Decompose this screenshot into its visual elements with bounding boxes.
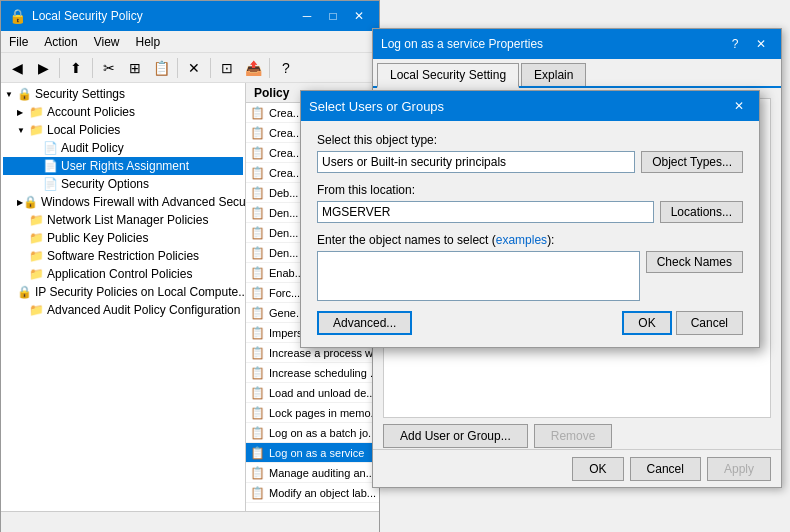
list-item[interactable]: 📋Lock pages in memo... <box>246 403 379 423</box>
forward-button[interactable]: ▶ <box>31 56 55 80</box>
tree-item-ip-security[interactable]: 🔒 IP Security Policies on Local Compute.… <box>3 283 243 301</box>
tree-item-label: Advanced Audit Policy Configuration <box>47 303 240 317</box>
list-item[interactable]: 📋Modify an object lab... <box>246 483 379 503</box>
props-ok-button[interactable]: OK <box>572 457 623 481</box>
tree-item-network-list[interactable]: 📁 Network List Manager Policies <box>3 211 243 229</box>
policy-icon: 📋 <box>250 266 265 280</box>
tree-item-security-settings[interactable]: ▼ 🔒 Security Settings <box>3 85 243 103</box>
policy-icon: 📋 <box>250 206 265 220</box>
policy-icon: 📋 <box>250 246 265 260</box>
help-button[interactable]: ? <box>274 56 298 80</box>
policy-icon: 📋 <box>250 286 265 300</box>
dialog-bottom-row: Advanced... OK Cancel <box>317 311 743 335</box>
policy-icon: 📋 <box>250 226 265 240</box>
tree-item-label: IP Security Policies on Local Compute... <box>35 285 246 299</box>
tree-item-label: Windows Firewall with Advanced Secu... <box>41 195 246 209</box>
policy-icon: 📋 <box>250 106 265 120</box>
props-title-controls: ? ✕ <box>723 34 773 54</box>
tree-item-label: Audit Policy <box>61 141 124 155</box>
menu-file[interactable]: File <box>1 33 36 51</box>
toolbar-sep-3 <box>177 58 178 78</box>
props-title-bar: Log on as a service Properties ? ✕ <box>373 29 781 59</box>
policy-icon: 📋 <box>250 386 265 400</box>
location-row: Locations... <box>317 201 743 223</box>
dialog-title-text: Select Users or Groups <box>309 99 727 114</box>
object-type-input[interactable] <box>317 151 635 173</box>
examples-link[interactable]: examples <box>496 233 547 247</box>
close-button[interactable]: ✕ <box>347 6 371 26</box>
dialog-close-button[interactable]: ✕ <box>727 96 751 116</box>
policy-icon: 📋 <box>250 366 265 380</box>
policy-icon: 📋 <box>250 166 265 180</box>
maximize-button[interactable]: □ <box>321 6 345 26</box>
back-button[interactable]: ◀ <box>5 56 29 80</box>
tree-item-account-policies[interactable]: ▶ 📁 Account Policies <box>3 103 243 121</box>
tree-item-advanced-audit[interactable]: 📁 Advanced Audit Policy Configuration <box>3 301 243 319</box>
menu-action[interactable]: Action <box>36 33 85 51</box>
tab-local-security[interactable]: Local Security Setting <box>377 63 519 88</box>
tree-item-app-control[interactable]: 📁 Application Control Policies <box>3 265 243 283</box>
toolbar-sep-1 <box>59 58 60 78</box>
remove-button[interactable]: Remove <box>534 424 613 448</box>
policy-icon: 📋 <box>250 466 265 480</box>
folder-icon: 📁 <box>29 249 44 263</box>
props-apply-button[interactable]: Apply <box>707 457 771 481</box>
folder-icon: 📁 <box>29 213 44 227</box>
object-types-button[interactable]: Object Types... <box>641 151 743 173</box>
tree-item-label: Local Policies <box>47 123 120 137</box>
list-item[interactable]: 📋Load and unload de... <box>246 383 379 403</box>
check-names-button[interactable]: Check Names <box>646 251 743 273</box>
menu-help[interactable]: Help <box>128 33 169 51</box>
tree-panel: ▼ 🔒 Security Settings ▶ 📁 Account Polici… <box>1 83 246 511</box>
object-type-label: Select this object type: <box>317 133 743 147</box>
tab-explain[interactable]: Explain <box>521 63 586 86</box>
props-title-text: Log on as a service Properties <box>381 37 723 51</box>
props-close-button[interactable]: ✕ <box>749 34 773 54</box>
object-names-textarea[interactable] <box>317 251 640 301</box>
up-button[interactable]: ⬆ <box>64 56 88 80</box>
paste-button[interactable]: 📋 <box>149 56 173 80</box>
tree-item-audit-policy[interactable]: 📄 Audit Policy <box>3 139 243 157</box>
delete-button[interactable]: ✕ <box>182 56 206 80</box>
main-title-bar: 🔒 Local Security Policy ─ □ ✕ <box>1 1 379 31</box>
policy-icon: 📋 <box>250 326 265 340</box>
tree-item-software-restriction[interactable]: 📁 Software Restriction Policies <box>3 247 243 265</box>
properties-button[interactable]: ⊡ <box>215 56 239 80</box>
tree-item-label: Network List Manager Policies <box>47 213 208 227</box>
list-item[interactable]: 📋Increase scheduling ... <box>246 363 379 383</box>
arrow-icon: ▼ <box>17 126 29 135</box>
object-type-row: Object Types... <box>317 151 743 173</box>
add-user-button[interactable]: Add User or Group... <box>383 424 528 448</box>
toolbar: ◀ ▶ ⬆ ✂ ⊞ 📋 ✕ ⊡ 📤 ? <box>1 53 379 83</box>
policy-icon-ip: 🔒 <box>17 285 32 299</box>
tree-item-security-options[interactable]: 📄 Security Options <box>3 175 243 193</box>
location-input[interactable] <box>317 201 654 223</box>
dialog-ok-button[interactable]: OK <box>622 311 671 335</box>
props-help-button[interactable]: ? <box>723 34 747 54</box>
policy-icon: 📋 <box>250 306 265 320</box>
tree-item-firewall[interactable]: ▶ 🔒 Windows Firewall with Advanced Secu.… <box>3 193 243 211</box>
menu-view[interactable]: View <box>86 33 128 51</box>
tree-item-public-key[interactable]: 📁 Public Key Policies <box>3 229 243 247</box>
arrow-icon: ▼ <box>5 90 17 99</box>
main-window-title: Local Security Policy <box>32 9 295 23</box>
policy-icon: 📋 <box>250 346 265 360</box>
copy-button[interactable]: ⊞ <box>123 56 147 80</box>
props-cancel-button[interactable]: Cancel <box>630 457 701 481</box>
toolbar-sep-5 <box>269 58 270 78</box>
list-item[interactable]: 📋Manage auditing an... <box>246 463 379 483</box>
dialog-cancel-button[interactable]: Cancel <box>676 311 743 335</box>
list-item[interactable]: 📋Log on as a batch jo... <box>246 423 379 443</box>
locations-button[interactable]: Locations... <box>660 201 743 223</box>
cut-button[interactable]: ✂ <box>97 56 121 80</box>
tree-item-label: Security Options <box>61 177 149 191</box>
export-button[interactable]: 📤 <box>241 56 265 80</box>
object-names-label: Enter the object names to select (exampl… <box>317 233 743 247</box>
tree-item-user-rights[interactable]: 📄 User Rights Assignment <box>3 157 243 175</box>
advanced-button[interactable]: Advanced... <box>317 311 412 335</box>
minimize-button[interactable]: ─ <box>295 6 319 26</box>
list-item-logon-service[interactable]: 📋Log on as a service <box>246 443 379 463</box>
folder-icon: 📄 <box>43 141 58 155</box>
policy-icon: 📋 <box>250 126 265 140</box>
tree-item-local-policies[interactable]: ▼ 📁 Local Policies <box>3 121 243 139</box>
